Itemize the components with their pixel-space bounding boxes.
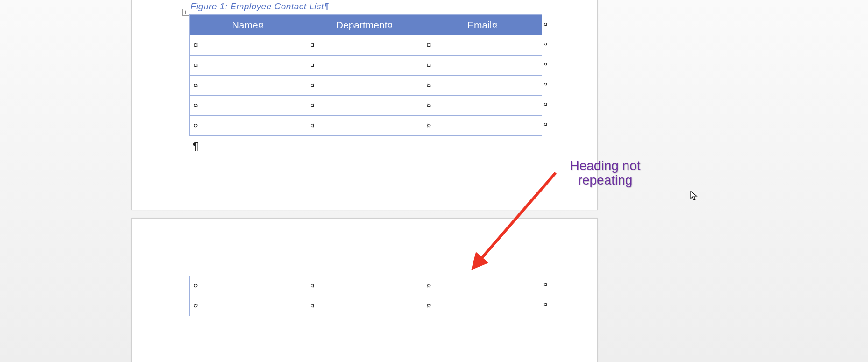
table-cell[interactable]: ¤ bbox=[190, 116, 306, 136]
table-row[interactable]: ¤¤¤ bbox=[190, 35, 542, 56]
cell-marker: ¤ bbox=[423, 61, 435, 70]
annotation-arrow-icon bbox=[467, 173, 584, 290]
table-cell[interactable]: ¤ bbox=[423, 76, 542, 96]
table-cell[interactable]: ¤ bbox=[306, 56, 423, 76]
cell-marker: ¤ bbox=[306, 301, 318, 311]
cell-marker: ¤ bbox=[423, 41, 435, 50]
cell-marker: ¤ bbox=[190, 281, 201, 291]
cell-marker: ¤ bbox=[190, 81, 201, 90]
table-cell[interactable]: ¤ bbox=[306, 276, 423, 296]
row-end-marker: ¤ bbox=[543, 40, 547, 48]
table-cell[interactable]: ¤ bbox=[423, 296, 542, 316]
cell-marker: ¤ bbox=[423, 121, 435, 130]
table-cell[interactable]: ¤ bbox=[190, 296, 306, 316]
table-header-row[interactable]: Name¤ Department¤ Email¤ bbox=[190, 15, 542, 35]
table-row[interactable]: ¤¤¤ bbox=[190, 56, 542, 76]
table-header-email[interactable]: Email¤ bbox=[423, 15, 542, 35]
table-cell[interactable]: ¤ bbox=[423, 116, 542, 136]
table-cell[interactable]: ¤ bbox=[190, 276, 306, 296]
figure-caption[interactable]: Figure·1:·Employee·Contact·List¶ bbox=[191, 1, 329, 12]
table-cell[interactable]: ¤ bbox=[190, 76, 306, 96]
table-cell[interactable]: ¤ bbox=[190, 56, 306, 76]
cell-marker: ¤ bbox=[190, 41, 201, 50]
table-cell[interactable]: ¤ bbox=[190, 35, 306, 56]
cell-marker: ¤ bbox=[306, 101, 318, 110]
cell-marker: ¤ bbox=[306, 281, 318, 291]
table-cell[interactable]: ¤ bbox=[306, 76, 423, 96]
cell-marker: ¤ bbox=[306, 61, 318, 70]
cell-marker: ¤ bbox=[306, 81, 318, 90]
table-row[interactable]: ¤¤¤ bbox=[190, 116, 542, 136]
table-cell[interactable]: ¤ bbox=[423, 56, 542, 76]
table-row[interactable]: ¤¤¤ bbox=[190, 296, 542, 316]
table-cell[interactable]: ¤ bbox=[306, 116, 423, 136]
table-row[interactable]: ¤¤¤ bbox=[190, 76, 542, 96]
paragraph-mark: ¶ bbox=[193, 140, 198, 152]
row-end-marker: ¤ bbox=[543, 60, 547, 68]
row-end-marker: ¤ bbox=[543, 100, 547, 108]
table-cell[interactable]: ¤ bbox=[306, 35, 423, 56]
table-row[interactable]: ¤¤¤ bbox=[190, 96, 542, 116]
cell-marker: ¤ bbox=[423, 101, 435, 110]
cell-marker: ¤ bbox=[423, 301, 435, 311]
row-end-marker: ¤ bbox=[543, 300, 547, 308]
cell-marker: ¤ bbox=[190, 61, 201, 70]
table-header-department[interactable]: Department¤ bbox=[306, 15, 423, 35]
row-end-marker: ¤ bbox=[543, 120, 547, 128]
employee-contact-table[interactable]: Name¤ Department¤ Email¤ ¤¤¤¤¤¤¤¤¤¤¤¤¤¤¤ bbox=[189, 14, 542, 136]
mouse-cursor-icon bbox=[690, 191, 699, 203]
table-cell[interactable]: ¤ bbox=[306, 296, 423, 316]
table-cell[interactable]: ¤ bbox=[423, 35, 542, 56]
cell-marker: ¤ bbox=[423, 81, 435, 90]
cell-marker: ¤ bbox=[190, 301, 201, 311]
cell-marker: ¤ bbox=[306, 121, 318, 130]
cell-marker: ¤ bbox=[190, 121, 201, 130]
svg-line-1 bbox=[479, 173, 556, 262]
table-move-handle-icon[interactable]: + bbox=[182, 9, 189, 16]
cell-marker: ¤ bbox=[423, 281, 435, 291]
row-end-marker: ¤ bbox=[543, 80, 547, 88]
table-cell[interactable]: ¤ bbox=[190, 96, 306, 116]
cell-marker: ¤ bbox=[190, 101, 201, 110]
table-header-name[interactable]: Name¤ bbox=[190, 15, 306, 35]
cell-marker: ¤ bbox=[306, 41, 318, 50]
table-cell[interactable]: ¤ bbox=[423, 96, 542, 116]
table-cell[interactable]: ¤ bbox=[306, 96, 423, 116]
row-end-marker: ¤ bbox=[543, 20, 547, 28]
